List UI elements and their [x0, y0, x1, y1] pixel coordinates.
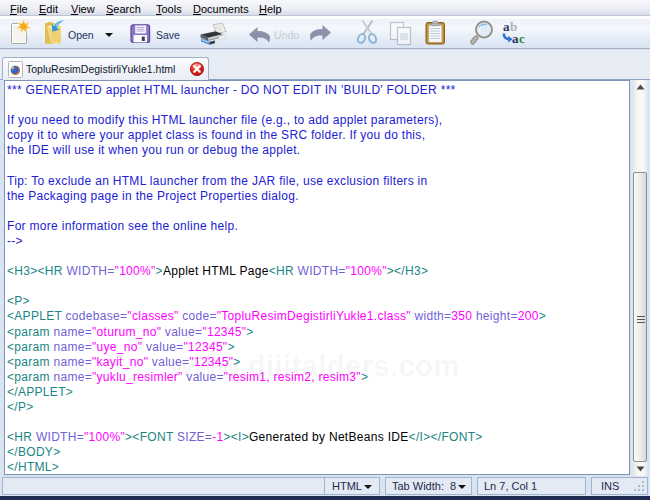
svg-text:a: a	[503, 21, 510, 34]
svg-text:a: a	[512, 31, 519, 45]
svg-text:c: c	[519, 31, 525, 45]
